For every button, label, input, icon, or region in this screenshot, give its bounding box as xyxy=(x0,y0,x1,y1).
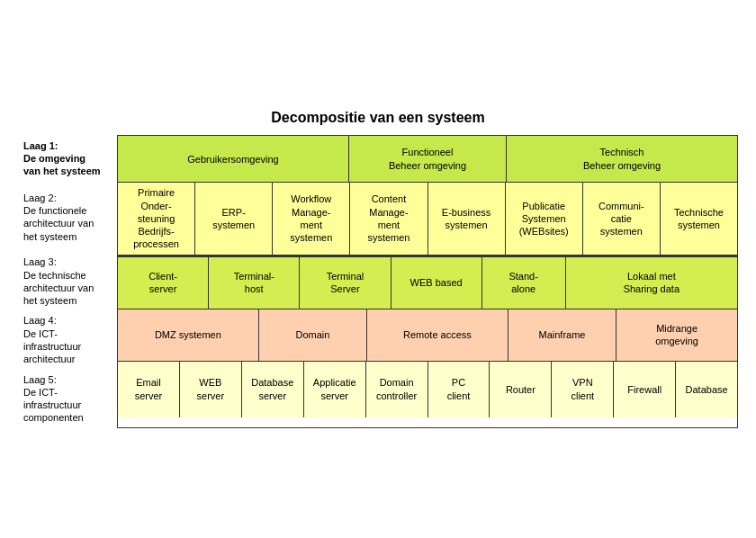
cell-dmz: DMZ systemen xyxy=(118,309,259,361)
layer-label-3: Laag 3: De technische architectuur van h… xyxy=(18,252,117,310)
cell-domain: Domain xyxy=(259,309,367,361)
diagram: Laag 1: De omgeving van het systeem Laag… xyxy=(18,135,738,428)
cell-domain-controller: Domain controller xyxy=(366,362,428,417)
layer-label-1: Laag 1: De omgeving van het systeem xyxy=(18,135,117,182)
cell-vpn-client: VPN client xyxy=(552,362,614,417)
cell-erp: ERP- systemen xyxy=(195,183,273,254)
cell-midrange: Midrange omgeving xyxy=(616,309,737,361)
cell-communicatie: Communi- catie systemen xyxy=(583,183,661,254)
layer-label-2: Laag 2: De functionele architectuur van … xyxy=(18,182,117,252)
row-4: DMZ systemen Domain Remote access Mainfr… xyxy=(118,309,737,362)
row-5: Email server WEB server Database server … xyxy=(118,362,737,417)
cell-remote-access: Remote access xyxy=(367,309,508,361)
cell-database: Database xyxy=(676,362,737,417)
cell-lokaal: Lokaal met Sharing data xyxy=(566,257,737,309)
cell-functioneel-beheer: Functioneel Beheer omgeving xyxy=(349,136,507,182)
cell-router: Router xyxy=(490,362,552,417)
cell-terminal-host: Terminal- host xyxy=(209,257,300,309)
layer-label-5: Laag 5: De ICT- infrastructuur component… xyxy=(18,370,117,428)
cell-firewall: Firewall xyxy=(614,362,676,417)
cell-content: Content Manage- ment systemen xyxy=(350,183,428,254)
cell-pc-client: PC client xyxy=(428,362,490,417)
cell-client-server: Client- server xyxy=(118,257,209,309)
page-wrapper: Decompositie van een systeem Laag 1: De … xyxy=(0,101,756,437)
cell-primaire: Primaire Onder- steuning Bedrijfs- proce… xyxy=(118,183,195,254)
row-1: Gebruikersomgeving Functioneel Beheer om… xyxy=(118,136,737,183)
cell-standalone: Stand- alone xyxy=(482,257,566,309)
cell-technische-systemen: Technische systemen xyxy=(661,183,737,254)
layer-labels: Laag 1: De omgeving van het systeem Laag… xyxy=(18,135,117,428)
layer-label-4: Laag 4: De ICT- infrastructuur architect… xyxy=(18,310,117,369)
cell-email-server: Email server xyxy=(118,362,180,417)
cell-publicatie: Publicatie Systemen (WEBsites) xyxy=(506,183,583,254)
cell-database-server: Database server xyxy=(242,362,304,417)
cell-applicatie-server: Applicatie server xyxy=(304,362,366,417)
cell-mainframe: Mainframe xyxy=(508,309,616,361)
cell-gebruikersomgeving: Gebruikersomgeving xyxy=(118,136,349,182)
row-3: Client- server Terminal- host Terminal S… xyxy=(118,257,737,309)
row-2: Primaire Onder- steuning Bedrijfs- proce… xyxy=(118,183,737,256)
cell-terminal-server: Terminal Server xyxy=(300,257,391,309)
cell-web-server: WEB server xyxy=(180,362,242,417)
cell-web-based: WEB based xyxy=(392,257,482,309)
cell-workflow: Workflow Manage- ment systemen xyxy=(273,183,350,254)
page-title: Decompositie van een systeem xyxy=(18,110,738,126)
grid-area: Gebruikersomgeving Functioneel Beheer om… xyxy=(117,135,738,428)
cell-ebusiness: E-business systemen xyxy=(428,183,506,254)
cell-technisch-beheer: Technisch Beheer omgeving xyxy=(507,136,737,182)
